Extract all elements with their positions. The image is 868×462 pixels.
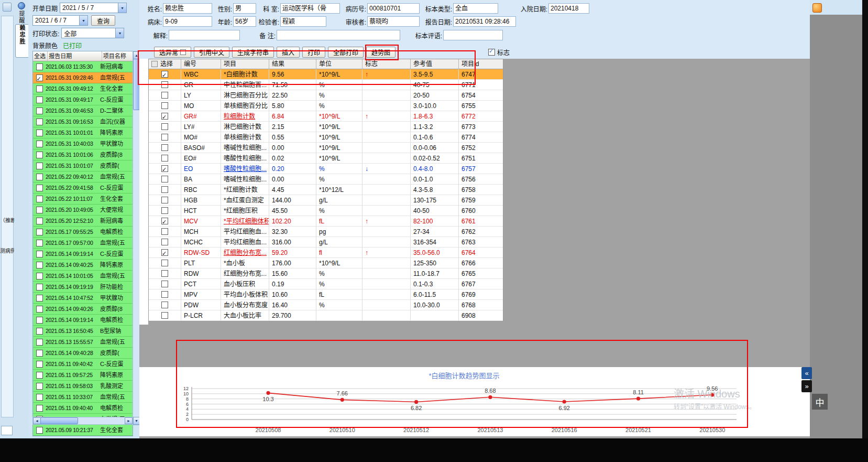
- table-row[interactable]: RBC*红细胞计数4.45*10^12/L4.3-5.86758: [149, 185, 503, 195]
- row-checkbox[interactable]: [36, 74, 43, 81]
- row-checkbox[interactable]: [36, 427, 43, 434]
- data-point[interactable]: [636, 397, 640, 401]
- list-item[interactable]: 2021.05.11 09:40:42C-反应蛋: [33, 359, 133, 370]
- result-checkbox[interactable]: [161, 113, 168, 120]
- list-item[interactable]: 2021.05.14 10:47:52甲状腺功: [33, 293, 133, 304]
- column-header-4[interactable]: 单位: [316, 59, 362, 69]
- list-item[interactable]: 2021.05.20 10:49:05大便常规: [33, 205, 133, 216]
- result-checkbox[interactable]: [161, 92, 168, 99]
- edge-bottom-box[interactable]: [1, 426, 13, 435]
- list-item[interactable]: 2021.05.31 10:40:03甲状腺功: [33, 138, 133, 149]
- row-checkbox[interactable]: [36, 372, 43, 379]
- list-item[interactable]: 2021.05.13 15:55:57血常规(五: [33, 337, 133, 348]
- list-item[interactable]: 2021.05.31 10:01:07皮质醇(: [33, 160, 133, 171]
- column-header-3[interactable]: 结果: [269, 59, 316, 69]
- row-checkbox[interactable]: [36, 383, 43, 390]
- name-field[interactable]: 赖忠胜: [163, 3, 212, 14]
- table-row[interactable]: MCV*平均红细胞体积102.20fL↑82-1006761: [149, 216, 503, 227]
- table-row[interactable]: MCH平均红细胞血...32.30pg27-346762: [149, 227, 503, 237]
- row-checkbox[interactable]: [36, 262, 43, 268]
- list-item[interactable]: 2021.05.22 10:11:07生化全套: [33, 194, 133, 205]
- list-item[interactable]: 2021.05.11 10:33:07血常规(五: [33, 392, 133, 403]
- table-row[interactable]: BASO#嗜碱性粒细胞...0.00*10^9/L0.0-0.066752: [149, 143, 503, 153]
- order-date-from-picker[interactable]: 2021 / 5 / 7: [60, 3, 127, 13]
- tab-patient[interactable]: 赖忠胜: [15, 24, 29, 58]
- row-checkbox[interactable]: [36, 108, 43, 114]
- row-checkbox[interactable]: [36, 251, 43, 257]
- list-item[interactable]: 2021.05.22 09:40:12血常规(五: [33, 171, 133, 182]
- chevron-down-icon[interactable]: [79, 16, 87, 25]
- list-item[interactable]: 2021.05.31 09:46:53D-二聚体: [33, 105, 133, 116]
- result-checkbox[interactable]: [161, 302, 168, 308]
- column-header-1[interactable]: 编号: [181, 59, 221, 69]
- row-checkbox[interactable]: [36, 218, 43, 224]
- ime-badge[interactable]: 中: [811, 393, 828, 410]
- table-row[interactable]: PCT血小板压积0.19%0.1-0.36767: [149, 279, 503, 289]
- report-date-header[interactable]: 报告日期: [48, 51, 102, 61]
- list-item[interactable]: 2021.05.31 10:01:06皮质醇(8: [33, 149, 133, 160]
- result-checkbox[interactable]: [161, 102, 168, 109]
- list-item[interactable]: 2021.05.20 12:52:10新冠病毒: [33, 216, 133, 227]
- table-row[interactable]: PLT*血小板176.00*10^9/L125-3506766: [149, 258, 503, 268]
- result-checkbox[interactable]: [161, 218, 168, 224]
- data-point[interactable]: [488, 395, 492, 399]
- list-item[interactable]: 2021.05.14 09:19:19肝功能检: [33, 282, 133, 293]
- header-checkbox[interactable]: [151, 61, 158, 67]
- result-checkbox[interactable]: [161, 239, 168, 245]
- row-checkbox[interactable]: [36, 207, 43, 213]
- list-item[interactable]: 2021.05.14 09:40:25降钙素原: [33, 260, 133, 271]
- result-checkbox[interactable]: [161, 260, 168, 266]
- quote-chinese-button[interactable]: 引用中文: [194, 47, 229, 58]
- sex-field[interactable]: 男: [233, 3, 256, 14]
- row-checkbox[interactable]: [36, 273, 43, 280]
- row-checkbox[interactable]: [36, 174, 43, 180]
- trend-chart-button[interactable]: 趋势图: [366, 47, 395, 58]
- column-header-2[interactable]: 项目: [221, 59, 269, 69]
- row-checkbox[interactable]: [36, 339, 43, 346]
- report-date-field[interactable]: 20210531 09:28:46: [453, 16, 516, 27]
- list-item[interactable]: 2021.05.14 10:01:05血常规(五: [33, 271, 133, 282]
- list-item[interactable]: 2021.05.31 09:16:53血沉(仪器: [33, 116, 133, 127]
- list-item[interactable]: 2021.05.11 09:58:03乳酸测定: [33, 381, 133, 392]
- tab-reminder[interactable]: 提醒: [15, 1, 28, 23]
- column-header-0[interactable]: 选择: [149, 59, 181, 69]
- table-row[interactable]: EO#嗜酸性粒细胞...0.02*10^9/L0.02-0.526751: [149, 153, 503, 164]
- item-name-header[interactable]: 项目名称: [102, 51, 133, 61]
- interpretation-field[interactable]: [169, 30, 240, 40]
- list-item[interactable]: 2021.05.31 10:01:01降钙素原: [33, 127, 133, 138]
- list-item[interactable]: 2021.05.14 09:19:14C-反应蛋: [33, 249, 133, 260]
- data-point[interactable]: [563, 400, 566, 403]
- result-checkbox[interactable]: [161, 186, 168, 193]
- scroll-right-icon[interactable]: [125, 417, 133, 424]
- column-header-5[interactable]: 标志: [362, 59, 411, 69]
- list-item[interactable]: 2021.05.31 09:49:12生化全套: [33, 83, 133, 94]
- result-checkbox[interactable]: [161, 155, 168, 162]
- row-checkbox[interactable]: [36, 141, 43, 147]
- table-row[interactable]: BA嗜碱性粒细胞...0.00%0.0-1.06756: [149, 174, 503, 185]
- table-row[interactable]: HGB*血红蛋白测定144.00g/L130-1756759: [149, 195, 503, 206]
- list-item[interactable]: 2021.05.11 09:57:25降钙素原: [33, 370, 133, 381]
- list-item[interactable]: 2021.05.14 09:19:14电解质检: [33, 315, 133, 326]
- list-item[interactable]: 2021.05.13 16:50:45B型尿钠: [33, 326, 133, 337]
- row-checkbox[interactable]: [36, 405, 43, 412]
- list-item[interactable]: 2021.05.14 09:40:26皮质醇(8: [33, 304, 133, 315]
- table-row[interactable]: MO单核细胞百分比5.80%3.0-10.06755: [149, 101, 503, 111]
- insert-button[interactable]: 插入: [277, 47, 300, 58]
- list-item[interactable]: 2021.06.03 11:35:30新冠病毒: [33, 61, 133, 72]
- specimen-type-field[interactable]: 全血: [453, 3, 498, 14]
- print-button[interactable]: 打印: [302, 47, 325, 58]
- result-checkbox[interactable]: [161, 134, 168, 141]
- row-checkbox[interactable]: [36, 240, 43, 246]
- data-point[interactable]: [340, 398, 344, 402]
- remark-field[interactable]: [277, 30, 400, 40]
- result-checkbox[interactable]: [161, 176, 168, 182]
- row-checkbox[interactable]: [36, 350, 43, 357]
- age-field[interactable]: 56岁: [233, 16, 256, 27]
- result-checkbox[interactable]: [161, 270, 168, 277]
- row-checkbox[interactable]: [36, 284, 43, 291]
- print-all-button[interactable]: 全部打印: [328, 47, 364, 58]
- admission-date-field[interactable]: 20210418: [548, 3, 589, 14]
- select-all-header[interactable]: 全选: [33, 51, 48, 61]
- generate-string-button[interactable]: 生成字符串: [232, 47, 274, 58]
- row-checkbox[interactable]: [36, 361, 43, 368]
